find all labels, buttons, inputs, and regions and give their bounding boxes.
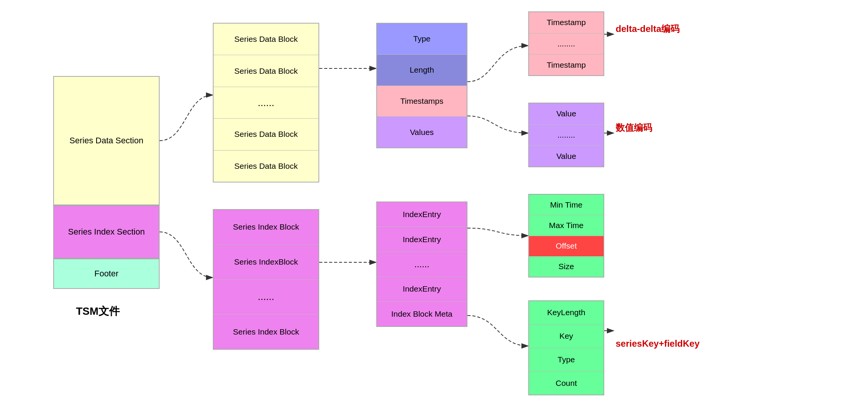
series-index-block-dots: ...... <box>214 280 318 315</box>
tsm-footer: Footer <box>53 259 160 289</box>
series-data-block-4: Series Data Block <box>214 151 318 182</box>
data-block-detail: Type Length Timestamps Values <box>376 23 467 148</box>
ibm-keylength: KeyLength <box>529 301 603 325</box>
series-key-label: seriesKey+fieldKey <box>616 338 700 349</box>
ie-size: Size <box>529 257 603 277</box>
val-item-dots: ........ <box>529 125 603 146</box>
series-index-block-3: Series Index Block <box>214 314 318 349</box>
val-item-2: Value <box>529 146 603 167</box>
tsm-series-data-label: Series Data Section <box>70 136 143 146</box>
value-expand: Value ........ Value <box>528 103 604 167</box>
diagram-container: Series Data Section Series Index Section… <box>0 0 868 406</box>
index-block-detail: IndexEntry IndexEntry ...... IndexEntry … <box>376 201 467 327</box>
series-data-block-dots: ...... <box>214 87 318 119</box>
series-data-block-1: Series Data Block <box>214 24 318 55</box>
db-timestamps: Timestamps <box>377 86 467 117</box>
delta-label: delta-delta编码 <box>616 23 680 35</box>
ie-maxtime: Max Time <box>529 215 603 236</box>
tsm-file-label: TSM文件 <box>76 304 120 319</box>
tsm-series-data-section: Series Data Section <box>53 76 160 205</box>
series-index-block-2: Series IndexBlock <box>214 245 318 280</box>
ibm-type: Type <box>529 348 603 372</box>
val-item-1: Value <box>529 103 603 125</box>
ie-mintime: Min Time <box>529 195 603 215</box>
ibm-key: Key <box>529 325 603 348</box>
series-index-block-1: Series Index Block <box>214 210 318 245</box>
ts-item-dots: ........ <box>529 33 603 55</box>
value-encoding-label: 数值编码 <box>616 122 652 134</box>
db-length: Length <box>377 55 467 86</box>
ts-item-1: Timestamp <box>529 12 603 33</box>
db-values: Values <box>377 117 467 147</box>
tsm-series-index-label: Series Index Section <box>68 227 145 237</box>
tsm-footer-label: Footer <box>94 269 119 279</box>
ts-item-2: Timestamp <box>529 54 603 75</box>
ib-entry-1: IndexEntry <box>377 202 467 227</box>
ibmeta-expand: KeyLength Key Type Count <box>528 300 604 395</box>
ib-entry-2: IndexEntry <box>377 227 467 252</box>
timestamp-expand: Timestamp ........ Timestamp <box>528 11 604 76</box>
series-index-blocks-column: Series Index Block Series IndexBlock ...… <box>213 209 319 350</box>
tsm-series-index-section: Series Index Section <box>53 205 160 259</box>
indexentry-expand: Min Time Max Time Offset Size <box>528 194 604 278</box>
ib-meta: Index Block Meta <box>377 302 467 326</box>
ib-entry-3: IndexEntry <box>377 277 467 301</box>
ib-entry-dots: ...... <box>377 252 467 277</box>
series-data-blocks-column: Series Data Block Series Data Block ....… <box>213 23 319 182</box>
db-type: Type <box>377 24 467 55</box>
series-data-block-3: Series Data Block <box>214 119 318 150</box>
ibm-count: Count <box>529 371 603 395</box>
series-data-block-2: Series Data Block <box>214 55 318 87</box>
ie-offset: Offset <box>529 236 603 257</box>
